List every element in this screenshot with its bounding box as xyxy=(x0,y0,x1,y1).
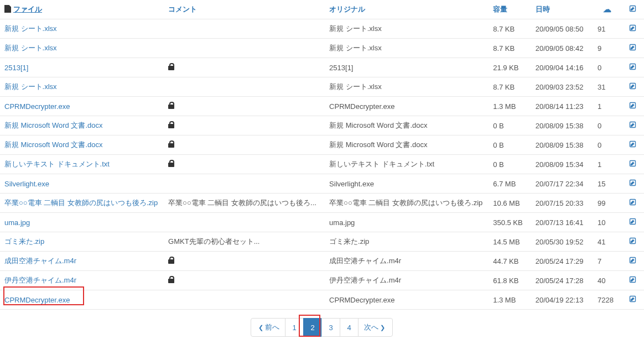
download-count-cell: 7228 xyxy=(593,290,621,310)
size-cell: 14.5 MB xyxy=(489,232,531,252)
col-header-date[interactable]: 日時 xyxy=(531,0,593,19)
edit-icon[interactable] xyxy=(629,159,637,168)
table-row: 新規 シート.xlsx新規 シート.xlsx8.7 KB20/09/05 08:… xyxy=(0,39,644,58)
page-prev-button[interactable]: ❮前へ xyxy=(251,318,285,337)
cloud-download-icon: ☁ xyxy=(603,4,611,14)
size-cell: 0 B xyxy=(489,135,531,155)
file-link[interactable]: CPRMDecrypter.exe xyxy=(4,296,70,304)
file-link[interactable]: Silverlight.exe xyxy=(4,180,49,188)
size-cell: 0 B xyxy=(489,116,531,135)
file-link[interactable]: uma.jpg xyxy=(4,218,30,227)
chevron-left-icon: ❮ xyxy=(258,324,263,331)
col-header-action[interactable] xyxy=(621,0,644,19)
file-link[interactable]: ゴミ来た.zip xyxy=(4,237,44,246)
table-row: 新規 シート.xlsx新規 シート.xlsx8.7 KB20/09/05 08:… xyxy=(0,19,644,39)
col-header-file[interactable]: ファイル xyxy=(0,0,164,19)
file-link[interactable]: 伊丹空港チャイム.m4r xyxy=(4,276,76,284)
download-count-cell: 7 xyxy=(593,252,621,271)
edit-icon[interactable] xyxy=(629,101,637,109)
date-cell: 20/05/30 19:52 xyxy=(531,232,593,252)
file-link[interactable]: 新規 Microsoft Word 文書.docx xyxy=(4,140,102,149)
original-text: 卒業○○電車 二輌目 女教師の尻はいつも後ろ.zip xyxy=(329,199,482,207)
size-cell: 350.5 KB xyxy=(489,213,531,232)
page-prev-label: 前へ xyxy=(265,322,279,332)
download-count-cell: 91 xyxy=(593,19,621,39)
page-1-button[interactable]: 1 xyxy=(285,318,304,337)
file-link[interactable]: CPRMDecrypter.exe xyxy=(4,102,70,111)
download-count-cell: 31 xyxy=(593,77,621,97)
table-row: 新規 Microsoft Word 文書.docx新規 Microsoft Wo… xyxy=(0,116,644,135)
col-header-original[interactable]: オリジナル xyxy=(325,0,489,19)
size-cell: 61.8 KB xyxy=(489,271,531,290)
date-cell: 20/08/09 15:38 xyxy=(531,135,593,155)
date-cell: 20/09/05 08:50 xyxy=(531,19,593,39)
date-cell: 20/09/05 08:42 xyxy=(531,39,593,58)
edit-icon[interactable] xyxy=(629,62,637,71)
edit-icon[interactable] xyxy=(629,121,637,129)
original-text: 新規 シート.xlsx xyxy=(329,82,382,91)
edit-icon[interactable] xyxy=(629,237,637,245)
size-cell: 1.3 MB xyxy=(489,97,531,116)
col-header-size[interactable]: 容量 xyxy=(489,0,531,19)
file-link[interactable]: 新しいテキスト ドキュメント.txt xyxy=(4,160,110,168)
edit-icon[interactable] xyxy=(629,140,637,148)
download-count-cell: 10 xyxy=(593,213,621,232)
col-header-comment[interactable]: コメント xyxy=(164,0,325,19)
file-link[interactable]: 卒業○○電車 二輌目 女教師の尻はいつも後ろ.zip xyxy=(4,199,158,207)
table-row: 新しいテキスト ドキュメント.txt新しいテキスト ドキュメント.txt0 B2… xyxy=(0,155,644,174)
size-cell: 1.3 MB xyxy=(489,290,531,310)
download-count-cell: 1 xyxy=(593,97,621,116)
page-2-button[interactable]: 2 xyxy=(303,318,322,337)
date-cell: 20/05/24 17:28 xyxy=(531,271,593,290)
chevron-right-icon: ❯ xyxy=(380,324,385,331)
file-link[interactable]: 新規 シート.xlsx xyxy=(4,82,57,91)
download-count-cell: 0 xyxy=(593,58,621,77)
lock-icon xyxy=(168,102,174,109)
original-text: 新規 Microsoft Word 文書.docx xyxy=(329,121,427,129)
file-link[interactable]: 成田空港チャイム.m4r xyxy=(4,257,76,265)
table-row: 卒業○○電車 二輌目 女教師の尻はいつも後ろ.zip卒業○○電車 二輌目 女教師… xyxy=(0,194,644,213)
file-table: ファイル コメント オリジナル 容量 日時 ☁ 新規 シート.xlsx新規 シー… xyxy=(0,0,644,310)
edit-icon[interactable] xyxy=(629,24,637,32)
original-text: 新規 Microsoft Word 文書.docx xyxy=(329,140,427,149)
size-cell: 0 B xyxy=(489,155,531,174)
page-3-button[interactable]: 3 xyxy=(321,318,340,337)
original-text: 新規 シート.xlsx xyxy=(329,24,382,33)
edit-icon[interactable] xyxy=(629,256,637,264)
edit-icon[interactable] xyxy=(629,198,637,206)
size-cell: 8.7 KB xyxy=(489,77,531,97)
page-4-button[interactable]: 4 xyxy=(340,318,359,337)
table-row: 2513[1]2513[1]21.9 KB20/09/04 14:160 xyxy=(0,58,644,77)
lock-icon xyxy=(168,257,174,264)
file-link[interactable]: 2513[1] xyxy=(4,64,28,72)
page-next-button[interactable]: 次へ❯ xyxy=(358,318,393,337)
header-size-label: 容量 xyxy=(493,5,507,13)
file-link[interactable]: 新規 シート.xlsx xyxy=(4,44,57,52)
edit-icon xyxy=(629,4,637,13)
file-link[interactable]: 新規 Microsoft Word 文書.docx xyxy=(4,121,102,129)
table-row: Silverlight.exeSilverlight.exe6.7 MB20/0… xyxy=(0,174,644,194)
lock-icon xyxy=(168,276,174,283)
date-cell: 20/07/13 16:41 xyxy=(531,213,593,232)
table-row: CPRMDecrypter.exeCPRMDecrypter.exe1.3 MB… xyxy=(0,290,644,310)
edit-icon[interactable] xyxy=(629,43,637,51)
col-header-download[interactable]: ☁ xyxy=(593,0,621,19)
edit-icon[interactable] xyxy=(629,295,637,303)
date-cell: 20/07/17 22:34 xyxy=(531,174,593,194)
pagination: ❮前へ 1 2 3 4 次へ❯ xyxy=(0,318,644,337)
original-text: Silverlight.exe xyxy=(329,180,374,188)
edit-icon[interactable] xyxy=(629,82,637,90)
table-row: 新規 Microsoft Word 文書.docx新規 Microsoft Wo… xyxy=(0,135,644,155)
edit-icon[interactable] xyxy=(629,179,637,187)
edit-icon[interactable] xyxy=(629,275,637,284)
download-count-cell: 0 xyxy=(593,116,621,135)
original-text: 2513[1] xyxy=(329,64,353,72)
original-text: 成田空港チャイム.m4r xyxy=(329,257,401,265)
file-link[interactable]: 新規 シート.xlsx xyxy=(4,24,57,33)
size-cell: 6.7 MB xyxy=(489,174,531,194)
download-count-cell: 0 xyxy=(593,135,621,155)
date-cell: 20/08/14 11:23 xyxy=(531,97,593,116)
size-cell: 21.9 KB xyxy=(489,58,531,77)
lock-icon xyxy=(168,160,174,167)
edit-icon[interactable] xyxy=(629,217,637,226)
